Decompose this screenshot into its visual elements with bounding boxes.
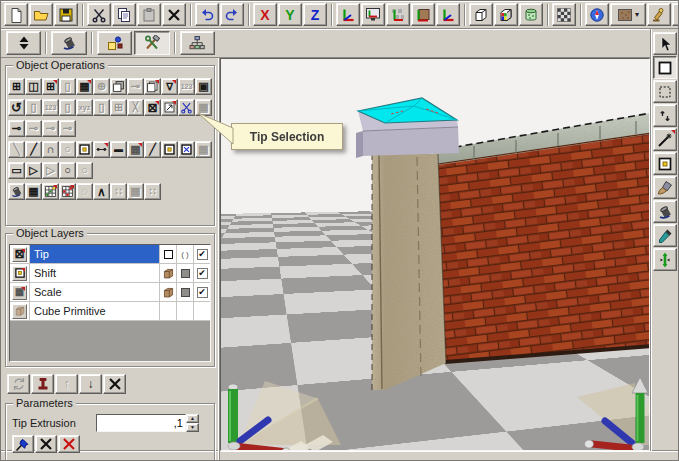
blend-slot[interactable]	[181, 288, 190, 297]
texture-slot-empty[interactable]	[164, 250, 173, 259]
dual-columns-button[interactable]: ◫	[25, 78, 42, 95]
pattern-view-button[interactable]	[552, 3, 576, 26]
filter-funnel-button[interactable]: ∇	[161, 78, 178, 95]
tip-selection-button[interactable]: ⊠	[144, 99, 161, 116]
axis-y-button[interactable]: Y	[278, 3, 302, 26]
camera-tool-button[interactable]	[672, 3, 678, 26]
split-scissors-button[interactable]	[178, 99, 195, 116]
mode-hierarchy-button[interactable]	[180, 31, 215, 55]
dropdown-arrow-icon[interactable]: ▾	[635, 10, 639, 19]
delete-layer-button[interactable]	[103, 374, 126, 394]
slash-tool-button[interactable]: ╱	[144, 141, 161, 158]
corner-arrow-button[interactable]	[161, 99, 178, 116]
layer-row-tip[interactable]: ⊠Tip( )✔	[10, 245, 210, 264]
swap-vertical-button[interactable]	[653, 104, 677, 127]
view-axis-button[interactable]	[336, 3, 360, 26]
thick-bar-button[interactable]: ▬	[110, 141, 127, 158]
tip-extrusion-input[interactable]	[96, 414, 186, 432]
segment-1-button[interactable]: ⊸	[8, 120, 25, 137]
overlap-squares-button[interactable]	[110, 78, 127, 95]
spinner-down-button[interactable]: ▼	[186, 423, 199, 432]
view-solid-button[interactable]	[411, 3, 435, 26]
mode-tools-button[interactable]	[134, 31, 169, 55]
grid-marked-button[interactable]: ⊞	[42, 78, 59, 95]
mode-transform-button[interactable]	[6, 31, 41, 55]
layer-visibility-checkbox[interactable]: ✔	[197, 249, 208, 260]
render-wireframe-button[interactable]	[469, 3, 493, 26]
layer-visibility-checkbox[interactable]: ✔	[197, 268, 208, 279]
brick-wall[interactable]	[433, 113, 650, 363]
texture-grid-button[interactable]: ▦	[127, 141, 144, 158]
fill-tool-button[interactable]	[653, 200, 677, 223]
cross-box-button[interactable]	[178, 141, 195, 158]
mesh-grid-button[interactable]: ▦	[25, 183, 42, 200]
layer-type-button[interactable]	[12, 266, 27, 281]
nested-squares-button[interactable]: ▣	[195, 78, 212, 95]
vertex-marker-button[interactable]	[653, 152, 677, 175]
center-marker-button[interactable]	[76, 141, 93, 158]
move-layer-down-button[interactable]: ↓	[79, 374, 102, 394]
view-screen-button[interactable]	[361, 3, 385, 26]
tri-shape-button[interactable]: ▷	[25, 162, 42, 179]
texture-cube-icon[interactable]	[162, 267, 175, 280]
ellipse-shape-button[interactable]: ○	[59, 162, 76, 179]
render-colored-button[interactable]	[494, 3, 518, 26]
axis-x-button[interactable]: X	[253, 3, 277, 26]
curve-tool-button[interactable]: ╱	[25, 141, 42, 158]
rect-select-button[interactable]	[653, 56, 677, 79]
rect-shape-button[interactable]: ▭	[8, 162, 25, 179]
texture-cube-icon[interactable]	[162, 286, 175, 299]
rotate-ccw-button[interactable]: ↺	[8, 99, 25, 116]
navigator-button[interactable]	[585, 3, 609, 26]
render-textured-button[interactable]	[519, 3, 543, 26]
view-ghost-button[interactable]	[386, 3, 410, 26]
move-vertical-button[interactable]	[653, 248, 677, 271]
open-file-button[interactable]	[29, 3, 53, 26]
new-file-button[interactable]	[4, 3, 28, 26]
picker-tool-button[interactable]	[653, 224, 677, 247]
copy-button[interactable]	[112, 3, 136, 26]
layer-type-button[interactable]: ⊠	[12, 247, 27, 262]
clear-red-button[interactable]	[58, 435, 80, 453]
layer-type-button[interactable]	[12, 304, 27, 319]
light-tool-button[interactable]	[647, 3, 671, 26]
mode-paint-button[interactable]	[51, 31, 86, 55]
apply-pin-button[interactable]	[12, 435, 34, 453]
peak-tool-button[interactable]: ∧	[93, 183, 110, 200]
axis-z-button[interactable]: Z	[303, 3, 327, 26]
duplicate-squares-button[interactable]	[144, 78, 161, 95]
layer-row-shift[interactable]: Shift✔	[10, 264, 210, 283]
layer-row-cube-primitive[interactable]: Cube Primitive	[10, 302, 210, 321]
foliage-grid-button[interactable]	[42, 183, 59, 200]
vertex-box-button[interactable]	[161, 141, 178, 158]
fill-bucket-button[interactable]	[8, 183, 25, 200]
undo-button[interactable]	[195, 3, 219, 26]
layer-list[interactable]: ⊠Tip( )✔Shift✔▦Scale✔Cube Primitive	[9, 244, 211, 362]
clear-black-button[interactable]	[35, 435, 57, 453]
blend-slot[interactable]	[181, 269, 190, 278]
stone-pillar[interactable]	[372, 154, 446, 390]
arch-tool-button[interactable]: ∩	[42, 141, 59, 158]
spinner-up-button[interactable]: ▲	[186, 414, 199, 423]
material-picker-button[interactable]: ▾	[610, 3, 646, 26]
brush-tool-button[interactable]	[653, 176, 677, 199]
delete-button[interactable]	[162, 3, 186, 26]
mode-objects-button[interactable]	[97, 31, 132, 55]
redo-button[interactable]	[220, 3, 244, 26]
select-pointer-button[interactable]	[653, 32, 677, 55]
chain-dots-button[interactable]	[93, 141, 110, 158]
view-axis-alt-button[interactable]	[436, 3, 460, 26]
split-window-button[interactable]: ⊞	[8, 78, 25, 95]
cut-button[interactable]	[87, 3, 111, 26]
mask-slot-icon[interactable]: ( )	[181, 250, 189, 259]
layer-type-button[interactable]: ▦	[12, 285, 27, 300]
marquee-select-button[interactable]	[653, 80, 677, 103]
save-file-button[interactable]	[54, 3, 78, 26]
layer-row-scale[interactable]: ▦Scale✔	[10, 283, 210, 302]
marked-grid-button[interactable]	[59, 183, 76, 200]
grid-heavy-button[interactable]: ▦	[76, 78, 93, 95]
viewport-3d[interactable]	[220, 58, 650, 451]
layer-visibility-checkbox[interactable]: ✔	[197, 287, 208, 298]
magic-wand-button[interactable]	[653, 128, 677, 151]
stamp-layer-button[interactable]	[31, 374, 54, 394]
